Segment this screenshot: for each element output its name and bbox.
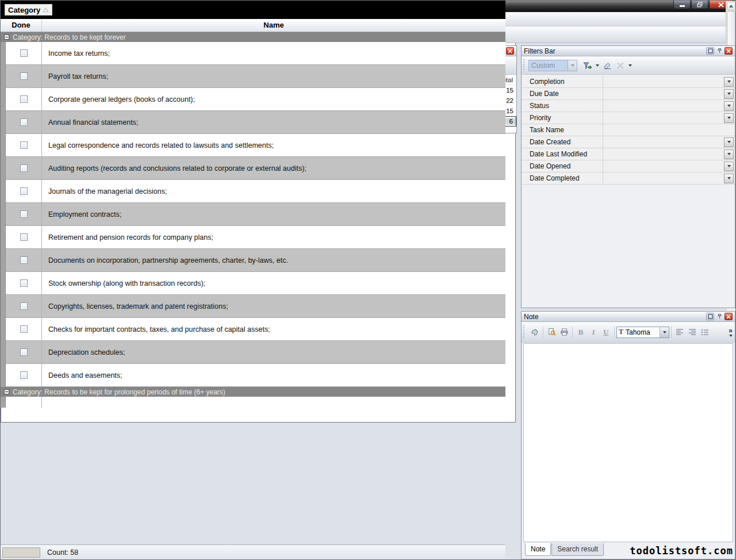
maximize-panel-button[interactable] (706, 313, 714, 320)
column-done[interactable]: Done (1, 19, 42, 32)
column-name[interactable]: Name (42, 19, 505, 32)
collapse-group-icon[interactable] (4, 389, 9, 394)
note-editor[interactable] (523, 343, 733, 542)
filters-bar-header[interactable]: Filters Bar (522, 46, 735, 56)
filter-row: Date Last Modified (522, 148, 735, 160)
collapse-group-icon[interactable] (4, 34, 9, 40)
task-row[interactable]: Retirement and pension records for compa… (1, 226, 505, 249)
filter-dropdown-button[interactable] (724, 174, 734, 183)
filter-value[interactable] (603, 76, 724, 87)
group-header[interactable]: Category: Records to be kept for prolong… (1, 387, 505, 397)
filter-value[interactable] (603, 124, 735, 136)
filter-field-label: Task Name (522, 124, 603, 136)
task-row[interactable]: Copyrights, licenses, trademark and pate… (1, 295, 505, 318)
task-checkbox[interactable] (20, 371, 28, 379)
underline-button[interactable]: U (600, 327, 612, 338)
task-checkbox[interactable] (20, 279, 28, 287)
maximize-icon (708, 48, 713, 53)
task-checkbox[interactable] (20, 141, 28, 149)
maximize-panel-button[interactable] (706, 47, 714, 55)
filter-preset-dropdown[interactable] (568, 60, 577, 71)
task-row[interactable]: Corporate general ledgers (books of acco… (1, 88, 505, 111)
pin-button[interactable] (715, 47, 723, 55)
task-row-partial[interactable] (1, 397, 505, 408)
restore-button[interactable] (691, 1, 708, 9)
pin-button[interactable] (715, 313, 723, 320)
scroll-up-button[interactable] (727, 2, 735, 10)
group-indent (1, 180, 6, 203)
save-filter-button[interactable] (581, 59, 594, 72)
font-combo[interactable]: T Tahoma (616, 327, 669, 338)
task-checkbox[interactable] (20, 164, 28, 172)
task-checkbox[interactable] (20, 187, 28, 195)
filter-value[interactable] (603, 160, 724, 172)
note-header[interactable]: Note (522, 312, 735, 322)
bold-button[interactable]: B (574, 327, 587, 338)
note-print-preview-button[interactable] (545, 327, 558, 338)
task-checkbox[interactable] (20, 302, 28, 310)
task-checkbox[interactable] (20, 210, 28, 218)
filter-dropdown-button[interactable] (724, 162, 734, 171)
tab-note[interactable]: Note (525, 543, 551, 556)
note-toolbar-overflow[interactable]: » (729, 328, 733, 337)
task-row[interactable]: Documents on incorporation, partnership … (1, 249, 505, 272)
filter-dropdown-button[interactable] (724, 113, 734, 123)
save-filter-dropdown[interactable] (594, 59, 600, 72)
close-panel-button[interactable] (724, 313, 733, 320)
filter-dropdown-button[interactable] (724, 137, 734, 147)
font-dropdown[interactable] (660, 327, 669, 337)
filter-value[interactable] (603, 100, 724, 112)
filter-dropdown-button[interactable] (724, 89, 734, 99)
filter-value[interactable] (603, 112, 724, 124)
insert-hyperlink-button[interactable] (528, 327, 541, 338)
filter-field-label: Date Opened (522, 160, 603, 172)
filter-value[interactable] (603, 148, 724, 160)
task-checkbox[interactable] (20, 72, 28, 80)
task-name: Deeds and easements; (48, 371, 122, 379)
close-icon (726, 49, 731, 53)
align-right-button[interactable] (686, 327, 699, 338)
group-header[interactable]: Category: Records to be kept forever (1, 32, 505, 42)
minimize-button[interactable] (673, 1, 691, 9)
task-row[interactable]: Annual financial statements; (1, 111, 505, 134)
group-by-category-button[interactable]: Category (5, 4, 52, 16)
group-indent (1, 42, 6, 65)
note-print-button[interactable] (558, 327, 570, 338)
task-checkbox[interactable] (20, 95, 28, 103)
group-indent (1, 364, 6, 387)
pin-icon (716, 313, 723, 320)
task-checkbox[interactable] (20, 49, 28, 57)
bullet-list-button[interactable] (699, 327, 711, 338)
task-row[interactable]: Journals of the managerial decisions; (1, 180, 505, 203)
filter-dropdown-button[interactable] (724, 101, 734, 111)
task-row[interactable]: Depreciation schedules; (1, 341, 505, 364)
task-checkbox[interactable] (20, 233, 28, 241)
task-checkbox[interactable] (20, 256, 28, 264)
task-checkbox[interactable] (20, 325, 28, 333)
task-row[interactable]: Employment contracts; (1, 203, 505, 226)
close-panel-button[interactable] (724, 47, 733, 55)
filter-preset-combo[interactable]: Custom (528, 60, 577, 71)
filter-dropdown-button[interactable] (724, 77, 734, 87)
filters-toolbar-overflow[interactable] (627, 59, 633, 72)
tab-search-result[interactable]: Search result (551, 543, 604, 556)
filter-value[interactable] (603, 88, 724, 99)
task-checkbox[interactable] (20, 348, 28, 356)
task-row[interactable]: Payroll tax returns; (1, 65, 505, 88)
task-row[interactable]: Income tax returns; (1, 42, 505, 65)
close-panel-button[interactable] (506, 47, 514, 55)
filter-row: Completion (522, 76, 735, 88)
task-row[interactable]: Legal correspondence and records related… (1, 134, 505, 157)
filter-dropdown-button[interactable] (724, 149, 734, 159)
delete-filter-button[interactable] (614, 59, 627, 72)
italic-button[interactable]: I (587, 327, 600, 338)
task-row[interactable]: Auditing reports (records and conclusion… (1, 157, 505, 180)
task-row[interactable]: Stock ownership (along with transaction … (1, 272, 505, 295)
task-checkbox[interactable] (20, 118, 28, 126)
filter-value[interactable] (603, 172, 724, 184)
clear-filter-button[interactable] (600, 59, 614, 72)
filter-value[interactable] (603, 136, 724, 148)
task-row[interactable]: Checks for important contracts, taxes, a… (1, 318, 505, 341)
task-row[interactable]: Deeds and easements; (1, 364, 505, 387)
align-left-button[interactable] (673, 327, 686, 338)
